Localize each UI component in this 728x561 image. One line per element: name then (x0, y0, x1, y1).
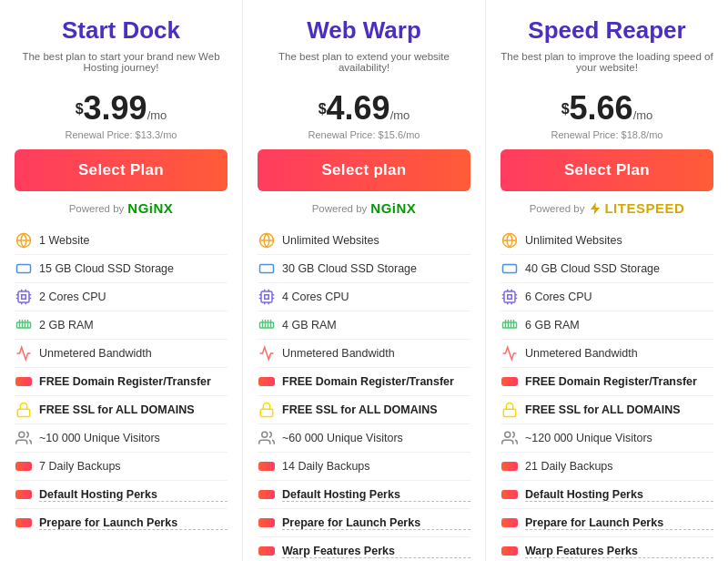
feature-item: 40 GB Cloud SSD Storage (500, 255, 713, 283)
renewal-price: Renewal Price: $15.6/mo (258, 129, 470, 140)
powered-by: Powered by NGiNX (258, 200, 470, 216)
hdd-icon (258, 260, 276, 278)
domain-icon (258, 372, 276, 391)
feature-text: Prepare for Launch Perks (525, 516, 713, 530)
ssl-icon (258, 401, 276, 419)
backup-icon (258, 457, 276, 475)
cpu-icon (500, 288, 519, 306)
svg-rect-5 (22, 295, 26, 300)
plan-col-start-dock: Start DockThe best plan to start your br… (0, 0, 243, 561)
plan-price: $4.69/mo (258, 89, 470, 128)
feature-item: FREE SSL for ALL DOMAINS (15, 396, 228, 424)
feature-text: 40 GB Cloud SSD Storage (525, 262, 713, 275)
visitors-icon (258, 429, 276, 447)
feature-item: Unmetered Bandwidth (258, 340, 470, 368)
price-amount: 5.66 (570, 89, 633, 127)
svg-rect-23 (17, 409, 30, 416)
svg-rect-55 (508, 295, 512, 300)
ram-icon (258, 316, 276, 334)
ssl-icon (500, 401, 519, 419)
feature-text: Prepare for Launch Perks (39, 516, 228, 530)
feature-item: FREE Domain Register/Transfer (500, 368, 713, 396)
feature-list: Unlimited Websites30 GB Cloud SSD Storag… (258, 227, 470, 561)
ram-icon (500, 316, 519, 334)
feature-text: 4 Cores CPU (282, 291, 470, 303)
nginx-logo: NGiNX (127, 200, 173, 216)
feature-item: 2 Cores CPU (15, 283, 228, 311)
ram-icon (15, 316, 33, 334)
feature-text: Unlimited Websites (525, 234, 713, 247)
select-plan-button[interactable]: Select plan (258, 149, 470, 191)
plan-title: Web Warp (258, 16, 470, 45)
feature-item: Unlimited Websites (500, 227, 713, 255)
ssl-icon (15, 401, 33, 419)
globe-icon (258, 231, 276, 250)
feature-item: 1 Website (15, 227, 228, 255)
feature-item: FREE Domain Register/Transfer (258, 368, 470, 396)
feature-text: FREE SSL for ALL DOMAINS (39, 403, 228, 416)
litespeed-logo: LITESPEED (588, 200, 684, 216)
bandwidth-icon (258, 344, 276, 362)
price-amount: 4.69 (327, 89, 390, 127)
feature-item: 6 GB RAM (500, 311, 713, 340)
powered-by: Powered by NGiNX (15, 200, 228, 216)
feature-text: FREE Domain Register/Transfer (525, 375, 713, 388)
powered-by-label: Powered by (69, 203, 125, 214)
feature-text: 6 GB RAM (525, 319, 713, 332)
feature-text: 2 Cores CPU (39, 291, 228, 303)
plan-col-speed-reaper: Speed ReaperThe best plan to improve the… (486, 0, 728, 561)
feature-item: Default Hosting Perks (500, 481, 713, 509)
svg-rect-29 (261, 291, 272, 302)
feature-item: Prepare for Launch Perks (500, 509, 713, 537)
feature-text: Default Hosting Perks (282, 488, 470, 502)
feature-item: 21 Daily Backups (500, 453, 713, 481)
price-amount: 3.99 (84, 89, 147, 127)
visitors-icon (15, 429, 33, 447)
perks-icon (500, 542, 519, 560)
feature-text: FREE SSL for ALL DOMAINS (282, 403, 470, 416)
plan-price: $3.99/mo (15, 89, 228, 128)
feature-text: FREE SSL for ALL DOMAINS (525, 403, 713, 416)
price-period: /mo (147, 108, 167, 122)
renewal-price: Renewal Price: $13.3/mo (15, 129, 228, 140)
feature-item: Unmetered Bandwidth (500, 340, 713, 368)
svg-rect-54 (504, 291, 515, 302)
feature-item: Warp Features Perks (500, 537, 713, 561)
feature-item: 2 GB RAM (15, 311, 228, 340)
feature-item: FREE SSL for ALL DOMAINS (500, 396, 713, 424)
plan-description: The best plan to extend your website ava… (258, 51, 470, 82)
feature-item: Unlimited Websites (258, 227, 470, 255)
plan-col-web-warp: Web WarpThe best plan to extend your web… (243, 0, 486, 561)
feature-item: Prepare for Launch Perks (258, 509, 470, 537)
feature-text: Prepare for Launch Perks (282, 516, 470, 530)
feature-item: Default Hosting Perks (258, 481, 470, 509)
feature-item: 7 Daily Backups (15, 453, 228, 481)
select-plan-button[interactable]: Select Plan (15, 149, 228, 191)
feature-text: Default Hosting Perks (525, 488, 713, 502)
feature-text: ~120 000 Unique Visitors (525, 432, 713, 444)
select-plan-button[interactable]: Select Plan (500, 149, 713, 191)
cpu-icon (258, 288, 276, 306)
feature-text: Warp Features Perks (525, 545, 713, 558)
feature-item: Default Hosting Perks (15, 481, 228, 509)
visitors-icon (500, 429, 519, 447)
hdd-icon (500, 260, 519, 278)
feature-item: Warp Features Perks (258, 537, 470, 561)
feature-item: 4 Cores CPU (258, 283, 470, 311)
feature-item: ~60 000 Unique Visitors (258, 424, 470, 453)
perks-icon (258, 485, 276, 504)
feature-text: Unmetered Bandwidth (525, 347, 713, 360)
feature-text: Unmetered Bandwidth (39, 347, 228, 360)
plan-title: Start Dock (15, 16, 228, 45)
plan-price: $5.66/mo (500, 89, 713, 128)
svg-point-49 (262, 432, 268, 437)
domain-icon (500, 372, 519, 391)
feature-text: Unlimited Websites (282, 234, 470, 247)
svg-rect-30 (265, 295, 269, 300)
perks-icon (15, 514, 33, 532)
feature-item: 30 GB Cloud SSD Storage (258, 255, 470, 283)
price-period: /mo (390, 108, 410, 122)
cpu-icon (15, 288, 33, 306)
domain-icon (15, 372, 33, 391)
svg-point-24 (19, 432, 25, 437)
